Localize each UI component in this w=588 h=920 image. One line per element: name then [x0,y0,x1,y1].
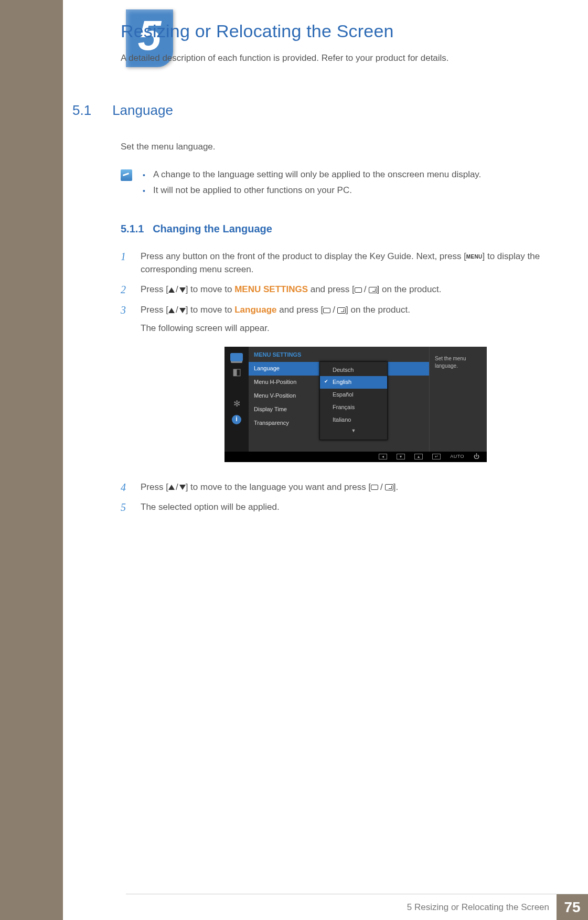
steps-list: 1 Press any button on the front of the p… [121,250,556,514]
osd-tab-settings-icon [230,398,243,410]
chapter-title: Resizing or Relocating the Screen [121,21,556,41]
section-title: Language [112,102,173,119]
down-arrow-icon [179,485,186,490]
note-list: A change to the language setting will on… [143,168,481,200]
source-icon [355,287,362,293]
step-text: ]. [393,482,398,492]
enter-icon [385,484,393,490]
section-heading: 5.1 Language [72,102,173,119]
osd-language-option: Deutsch [320,364,387,377]
osd-footer-bar: ◂ ▾ ▴ ↵ AUTO [224,452,487,462]
osd-screenshot: MENU SETTINGS Language Menu H-Position M… [224,347,487,462]
osd-main-panel: MENU SETTINGS Language Menu H-Position M… [249,347,429,452]
step-number: 2 [121,283,130,296]
highlight-language: Language [234,305,276,315]
osd-language-option: Français [320,401,387,414]
step-1: 1 Press any button on the front of the p… [121,250,556,276]
step-subtext: The following screen will appear. [141,322,556,335]
enter-icon [369,287,377,293]
osd-nav-left-icon: ◂ [379,454,387,459]
subsection-heading: 5.1.1 Changing the Language [121,221,556,237]
step-4: 4 Press [/] to move to the language you … [121,481,556,494]
osd-language-option: Italiano [320,414,387,426]
osd-sidebar [224,347,249,452]
up-arrow-icon [168,485,175,490]
highlight-menu-settings: MENU SETTINGS [234,284,308,294]
section-intro: Set the menu language. [121,141,556,154]
step-text: Press [ [141,305,168,315]
step-text: Press any button on the front of the pro… [141,251,466,261]
osd-header: MENU SETTINGS [249,351,429,362]
up-arrow-icon [168,287,175,293]
step-number: 3 [121,304,130,316]
step-text: ] to move to the language you want and p… [186,482,371,492]
step-text: ] on the product. [346,305,410,315]
step-text: and press [ [308,284,355,294]
page-number: 75 [557,894,588,921]
osd-language-option: Español [320,389,387,401]
osd-auto-label: AUTO [450,453,464,460]
page: 5 Resizing or Relocating the Screen A de… [63,0,588,920]
page-footer: 5 Resizing or Relocating the Screen 75 [126,894,588,920]
osd-power-icon [474,453,479,461]
enter-icon [337,307,346,314]
step-text: ] on the product. [377,284,442,294]
step-5: 5 The selected option will be applied. [121,501,556,514]
note-item: It will not be applied to other function… [153,184,481,197]
osd-nav-down-icon: ▾ [397,454,405,459]
source-icon [323,308,330,313]
down-arrow-icon [179,287,186,293]
down-arrow-icon [179,308,186,313]
step-3: 3 Press [/] to move to Language and pres… [121,304,556,473]
source-icon [371,485,378,490]
osd-description: Set the menu language. [429,347,487,452]
step-2: 2 Press [/] to move to MENU SETTINGS and… [121,283,556,296]
chapter-subtitle: A detailed description of each function … [121,53,556,63]
step-number: 1 [121,250,130,263]
note-icon [121,169,132,181]
step-text: The selected option will be applied. [141,501,556,514]
step-text: Press [ [141,482,168,492]
note-box: A change to the language setting will on… [121,168,556,200]
up-arrow-icon [168,308,175,313]
section-number: 5.1 [72,102,91,119]
step-text: ] to move to [186,305,235,315]
note-item: A change to the language setting will on… [153,168,481,181]
osd-tab-resize-icon [232,383,241,393]
osd-tab-picture-icon [230,367,243,378]
osd-tab-monitor-icon [230,353,243,361]
osd-language-option-selected: English [320,376,387,389]
subsection-number: 5.1.1 [121,223,144,234]
osd-nav-up-icon: ▴ [414,454,423,459]
osd-enter-icon: ↵ [432,454,441,459]
osd-language-submenu: Deutsch English Español Français Italian… [319,361,388,441]
footer-chapter-title: 5 Resizing or Relocating the Screen [407,902,549,913]
osd-tab-info-icon [232,415,241,424]
step-text: Press [ [141,284,168,294]
menu-button-glyph: MENU [466,253,483,261]
step-number: 4 [121,481,130,494]
step-number: 5 [121,501,130,514]
body-content: Set the menu language. A change to the l… [121,141,556,521]
step-text: ] to move to [186,284,235,294]
subsection-title: Changing the Language [153,223,272,234]
osd-scroll-down-icon: ▼ [320,427,387,434]
step-text: and press [ [276,305,323,315]
chapter-header: Resizing or Relocating the Screen A deta… [121,21,556,63]
